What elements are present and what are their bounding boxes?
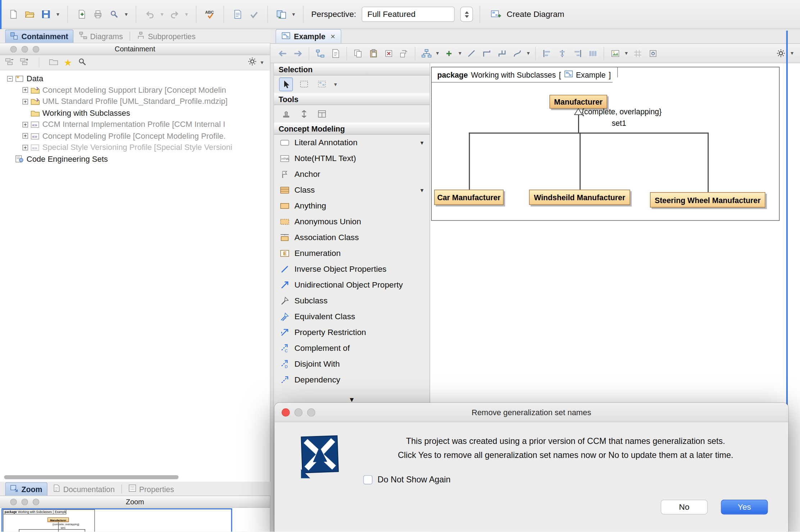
add-element-caret-icon[interactable]: ▾ xyxy=(457,50,463,56)
package-frame-tab[interactable]: package Working with Subclasses [ Exampl… xyxy=(431,67,618,83)
dialog-close-icon[interactable] xyxy=(282,408,290,417)
dialog-titlebar[interactable]: Remove generalization set names xyxy=(274,403,788,422)
generalization-line[interactable] xyxy=(708,133,708,192)
tab-example[interactable]: Example × xyxy=(276,29,341,43)
path-style-caret-icon[interactable]: ▾ xyxy=(526,50,531,56)
spelling-check-icon[interactable]: ABC xyxy=(203,8,217,21)
swimlane-tool-icon[interactable] xyxy=(315,107,328,120)
expand-icon[interactable]: + xyxy=(22,122,28,128)
perspective-select[interactable]: Full Featured xyxy=(362,6,455,22)
class-steering-wheel-manufacturer[interactable]: Steering Wheel Manufacturer xyxy=(650,192,765,208)
expand-all-icon[interactable] xyxy=(20,58,29,68)
redo-icon[interactable] xyxy=(167,8,181,21)
palette-item-literal-annotation[interactable]: Literal Annotation ▾ xyxy=(274,134,430,150)
tree-item-concept-modeling-support-library[interactable]: + Concept Modeling Support Library [Conc… xyxy=(0,84,270,96)
panel-close-icon[interactable] xyxy=(10,499,17,505)
palette-item-enumeration[interactable]: E Enumeration xyxy=(274,245,430,261)
generalization-set-label[interactable]: set1 xyxy=(612,119,626,127)
tab-diagrams[interactable]: Diagrams xyxy=(74,29,128,43)
align-right-icon[interactable] xyxy=(571,46,584,60)
generalization-line[interactable] xyxy=(579,133,580,190)
generalization-line[interactable] xyxy=(578,115,579,133)
save-project-icon[interactable] xyxy=(39,8,53,21)
palette-item-subclass[interactable]: Subclass xyxy=(274,293,430,308)
tree-item-code-engineering-sets[interactable]: Code Engineering Sets xyxy=(0,153,270,165)
tab-subproperties[interactable]: Subproperties xyxy=(132,29,200,43)
palette-item-association-class[interactable]: Association Class xyxy=(274,229,430,245)
add-element-icon[interactable] xyxy=(442,46,455,60)
align-center-icon[interactable] xyxy=(555,46,569,60)
expand-icon[interactable]: + xyxy=(22,145,28,150)
yes-button[interactable]: Yes xyxy=(721,500,768,514)
tree-item-ccm-internal-implementation-profile[interactable]: + «» CCM Internal Implementation Profile… xyxy=(0,119,270,130)
zoom-fit-icon[interactable] xyxy=(646,46,660,60)
layout-tree-icon[interactable] xyxy=(419,46,433,60)
palette-item-note-html[interactable]: HTML Note(HTML Text) xyxy=(274,150,430,166)
palette-item-unidirectional-object-property[interactable]: Unidirectional Object Property xyxy=(274,277,430,293)
share-dropdown-caret-icon[interactable]: ▾ xyxy=(291,11,296,17)
diagram-settings-caret-icon[interactable]: ▾ xyxy=(789,50,795,56)
check-icon[interactable] xyxy=(247,8,260,21)
palette-item-dependency[interactable]: Dependency xyxy=(274,372,430,387)
find-icon[interactable] xyxy=(107,8,121,21)
selection-caret-icon[interactable]: ▾ xyxy=(333,81,338,87)
undo-icon[interactable] xyxy=(143,8,156,21)
class-manufacturer[interactable]: Manufacturer xyxy=(550,95,607,109)
tree-item-special-style-versioning-profile[interactable]: + «» Special Style Versioning Profile [S… xyxy=(0,142,270,153)
tab-properties[interactable]: Properties xyxy=(124,482,178,496)
grid-icon[interactable] xyxy=(631,46,644,60)
palette-item-disjoint-with[interactable]: D Disjoint With xyxy=(274,356,430,372)
image-caret-icon[interactable]: ▾ xyxy=(623,50,629,56)
class-windsheild-manufacturer[interactable]: Windsheild Manufacturer xyxy=(529,190,630,205)
paste-icon[interactable] xyxy=(366,46,380,60)
open-project-icon[interactable] xyxy=(22,8,36,21)
stamp-tool-icon[interactable] xyxy=(279,107,293,120)
panel-settings-gear-icon[interactable] xyxy=(247,56,257,68)
collapse-all-icon[interactable] xyxy=(5,58,14,68)
oblique-path-icon[interactable] xyxy=(464,46,478,60)
validate-icon[interactable] xyxy=(231,8,244,21)
tree-horizontal-scrollbar[interactable] xyxy=(4,475,178,479)
palette-item-complement-of[interactable]: C Complement of xyxy=(274,340,430,356)
diagram-info-icon[interactable] xyxy=(328,46,342,60)
undo-dropdown-caret-icon[interactable]: ▾ xyxy=(159,11,165,17)
panel-settings-caret-icon[interactable]: ▾ xyxy=(259,59,265,66)
print-icon[interactable] xyxy=(91,8,104,21)
copy-icon[interactable] xyxy=(351,46,365,60)
palette-item-inverse-object-properties[interactable]: Inverse Object Properties xyxy=(274,261,430,277)
panel-close-icon[interactable] xyxy=(10,46,17,52)
close-tab-icon[interactable]: × xyxy=(331,32,335,41)
expand-icon[interactable]: + xyxy=(22,99,28,105)
multi-select-tool-icon[interactable] xyxy=(315,77,328,91)
tab-documentation[interactable]: Documentation xyxy=(49,482,119,496)
create-diagram-button[interactable]: Create Diagram xyxy=(489,8,564,21)
palette-scroll-more-icon[interactable]: ▼ xyxy=(274,396,430,403)
forward-icon[interactable] xyxy=(291,46,304,60)
palette-item-anything[interactable]: Anything xyxy=(274,198,430,214)
find-dropdown-caret-icon[interactable]: ▾ xyxy=(123,11,129,17)
tree-item-concept-modeling-profile[interactable]: + «» Concept Modeling Profile [Concept M… xyxy=(0,130,270,142)
generalization-line[interactable] xyxy=(469,133,469,190)
tree-item-uml-standard-profile[interactable]: + UML Standard Profile [UML_Standard_Pro… xyxy=(0,96,270,107)
stepper-down-icon[interactable] xyxy=(464,15,468,18)
panel-maximize-icon[interactable] xyxy=(33,499,39,505)
palette-item-anonymous-union[interactable]: Anonymous Union xyxy=(274,214,430,229)
panel-minimize-icon[interactable] xyxy=(22,46,28,52)
panel-divider[interactable] xyxy=(271,63,274,532)
align-left-icon[interactable] xyxy=(540,46,554,60)
share-model-icon[interactable] xyxy=(274,8,288,21)
checkbox-icon[interactable] xyxy=(363,475,373,485)
tab-containment[interactable]: Containment xyxy=(5,29,73,43)
layout-caret-icon[interactable]: ▾ xyxy=(435,50,440,56)
no-button[interactable]: No xyxy=(661,500,708,514)
panel-minimize-icon[interactable] xyxy=(22,499,28,505)
tree-path-icon[interactable] xyxy=(495,46,509,60)
back-icon[interactable] xyxy=(276,46,289,60)
tree-item-working-with-subclasses[interactable]: Working with Subclasses xyxy=(0,107,270,119)
generalization-line[interactable] xyxy=(469,133,708,133)
new-project-icon[interactable] xyxy=(6,8,20,21)
curved-path-icon[interactable] xyxy=(510,46,524,60)
rectilinear-path-icon[interactable] xyxy=(479,46,493,60)
favorites-star-icon[interactable]: ★ xyxy=(64,58,72,67)
stepper-up-icon[interactable] xyxy=(464,11,468,13)
